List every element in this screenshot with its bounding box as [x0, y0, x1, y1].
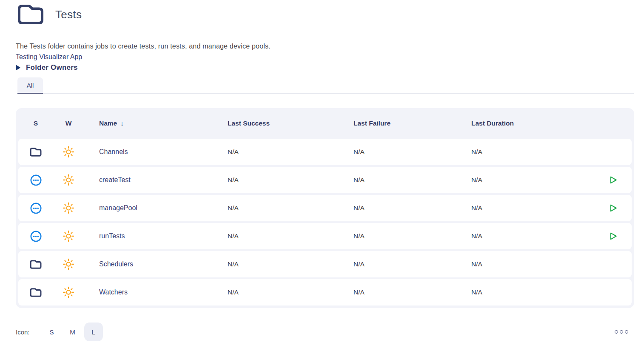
testing-visualizer-app-link[interactable]: Testing Visualizer App [16, 53, 82, 61]
weather-cell [53, 202, 84, 214]
folder-status-icon [29, 259, 42, 270]
overflow-dot-icon [615, 330, 618, 334]
weather-cell [53, 230, 84, 243]
sunny-weather-icon [62, 146, 75, 158]
jobs-table: S W Name↓ Last Success Last Failure Last… [16, 108, 634, 308]
last-failure-value: N/A [353, 288, 365, 296]
column-header-status[interactable]: S [18, 120, 53, 127]
last-duration-value: N/A [471, 148, 482, 155]
sunny-weather-icon [62, 202, 75, 214]
overflow-dot-icon [625, 330, 628, 334]
column-header-name-label: Name [99, 120, 117, 127]
folder-icon [16, 3, 45, 26]
icon-size-label: Icon: [16, 328, 30, 336]
job-link[interactable]: runTests [99, 232, 125, 240]
last-failure-value: N/A [353, 204, 365, 211]
not-built-status-icon [30, 203, 42, 214]
run-build-button[interactable] [606, 229, 620, 243]
column-header-weather[interactable]: W [53, 120, 84, 127]
icon-size-medium-button[interactable]: M [63, 323, 82, 341]
not-built-status-icon [30, 174, 42, 186]
job-link[interactable]: Schedulers [99, 260, 133, 268]
table-row: Channels N/A N/A N/A [18, 139, 632, 165]
status-cell [18, 259, 53, 270]
run-build-button[interactable] [606, 173, 620, 187]
not-built-status-icon [30, 231, 42, 242]
play-icon [608, 203, 618, 213]
job-link[interactable]: createTest [99, 176, 131, 183]
status-cell [18, 231, 53, 242]
table-row: Watchers N/A N/A N/A [18, 279, 632, 305]
job-link[interactable]: Watchers [99, 288, 128, 296]
sunny-weather-icon [62, 174, 75, 186]
weather-cell [53, 286, 84, 299]
last-success-value: N/A [228, 288, 239, 296]
last-success-value: N/A [228, 176, 239, 183]
sort-descending-icon: ↓ [120, 120, 124, 127]
folder-status-icon [29, 147, 42, 157]
icon-size-large-button[interactable]: L [84, 323, 103, 341]
column-header-last-duration[interactable]: Last Duration [471, 120, 582, 127]
play-icon [608, 175, 618, 185]
weather-cell [53, 174, 84, 186]
table-row: Schedulers N/A N/A N/A [18, 251, 632, 277]
last-failure-value: N/A [353, 260, 365, 268]
view-tabbar: All [17, 77, 634, 94]
last-failure-value: N/A [353, 148, 365, 155]
table-row: createTest N/A N/A N/A [18, 167, 632, 193]
last-duration-value: N/A [471, 288, 482, 296]
last-duration-value: N/A [471, 260, 482, 268]
overflow-dot-icon [620, 330, 623, 334]
icon-size-small-button[interactable]: S [43, 323, 61, 341]
last-success-value: N/A [228, 260, 239, 268]
status-cell [18, 203, 53, 214]
tab-all[interactable]: All [17, 77, 43, 94]
last-duration-value: N/A [471, 176, 482, 183]
column-header-last-failure[interactable]: Last Failure [353, 120, 471, 127]
run-build-button[interactable] [606, 201, 620, 215]
table-row: managePool N/A N/A N/A [18, 195, 632, 221]
folder-description: The Tests folder contains jobs to create… [16, 43, 644, 50]
caret-right-icon [16, 65, 20, 71]
page-header: Tests [0, 0, 644, 26]
folder-owners-toggle[interactable]: Folder Owners [16, 63, 644, 72]
table-footer: Icon: S M L [16, 323, 630, 341]
table-row: runTests N/A N/A N/A [18, 223, 632, 249]
sunny-weather-icon [62, 286, 75, 299]
job-link[interactable]: Channels [99, 148, 128, 155]
folder-owners-label: Folder Owners [26, 63, 78, 72]
status-cell [18, 147, 53, 157]
weather-cell [53, 258, 84, 271]
folder-meta: The Tests folder contains jobs to create… [0, 43, 644, 72]
play-icon [608, 231, 618, 241]
column-header-name[interactable]: Name↓ [84, 120, 228, 127]
last-failure-value: N/A [353, 232, 365, 240]
last-success-value: N/A [228, 204, 239, 211]
last-duration-value: N/A [471, 204, 482, 211]
status-cell [18, 287, 53, 298]
last-duration-value: N/A [471, 232, 482, 240]
overflow-menu-button[interactable] [613, 328, 630, 335]
sunny-weather-icon [62, 230, 75, 243]
status-cell [18, 174, 53, 186]
last-failure-value: N/A [353, 176, 365, 183]
table-header-row: S W Name↓ Last Success Last Failure Last… [18, 108, 632, 139]
weather-cell [53, 146, 84, 158]
sunny-weather-icon [62, 258, 75, 271]
page-title: Tests [55, 8, 82, 21]
last-success-value: N/A [228, 148, 239, 155]
column-header-last-success[interactable]: Last Success [228, 120, 353, 127]
folder-status-icon [29, 287, 42, 298]
last-success-value: N/A [228, 232, 239, 240]
icon-size-control: Icon: S M L [16, 323, 105, 341]
job-link[interactable]: managePool [99, 204, 137, 211]
